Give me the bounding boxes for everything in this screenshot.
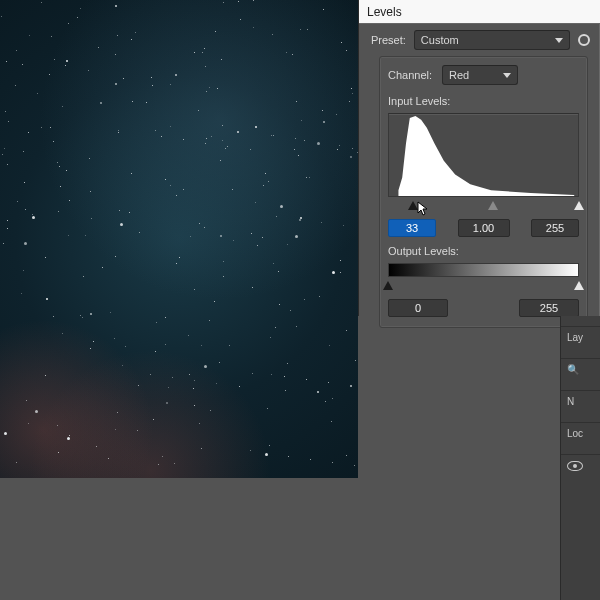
histogram[interactable]: [388, 113, 579, 197]
document-canvas[interactable]: [0, 0, 358, 478]
black-point-slider[interactable]: [408, 201, 418, 210]
histogram-shape: [389, 114, 578, 196]
white-point-slider[interactable]: [574, 201, 584, 210]
output-black-field[interactable]: 0: [388, 299, 448, 317]
side-search[interactable]: 🔍: [561, 358, 600, 380]
output-levels-label: Output Levels:: [388, 245, 579, 257]
cursor-icon: [417, 201, 429, 217]
layers-panel-tab[interactable]: Lay: [561, 326, 600, 348]
gear-icon[interactable]: [578, 34, 590, 46]
side-panel: Lay 🔍 N Loc: [560, 316, 600, 600]
input-gamma-field[interactable]: 1.00: [458, 219, 510, 237]
output-white-slider[interactable]: [574, 281, 584, 290]
input-levels-label: Input Levels:: [388, 95, 579, 107]
chevron-down-icon: [503, 73, 511, 78]
output-white-field[interactable]: 255: [519, 299, 579, 317]
levels-controls: Channel: Red Input Levels: 33 1.00 255: [379, 56, 588, 328]
dialog-titlebar[interactable]: Levels: [359, 0, 600, 24]
output-slider-track[interactable]: [388, 281, 579, 293]
side-item-n[interactable]: N: [561, 390, 600, 412]
midtone-slider[interactable]: [488, 201, 498, 210]
preset-label: Preset:: [371, 34, 406, 46]
channel-dropdown[interactable]: Red: [442, 65, 518, 85]
preset-value: Custom: [421, 34, 459, 46]
output-gradient[interactable]: [388, 263, 579, 277]
side-item-lock[interactable]: Loc: [561, 422, 600, 444]
dialog-title: Levels: [367, 5, 402, 19]
input-slider-track[interactable]: [388, 201, 579, 213]
preset-dropdown[interactable]: Custom: [414, 30, 570, 50]
input-black-field[interactable]: 33: [388, 219, 436, 237]
levels-dialog: Levels Preset: Custom Channel: Red Input…: [358, 0, 600, 316]
visibility-toggle[interactable]: [561, 454, 600, 476]
channel-label: Channel:: [388, 69, 432, 81]
chevron-down-icon: [555, 38, 563, 43]
output-black-slider[interactable]: [383, 281, 393, 290]
channel-value: Red: [449, 69, 469, 81]
eye-icon: [567, 461, 583, 471]
input-white-field[interactable]: 255: [531, 219, 579, 237]
